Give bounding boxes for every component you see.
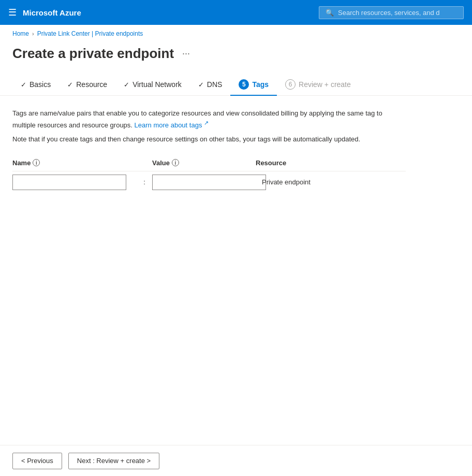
name-input-cell [12,175,137,190]
breadcrumb-home[interactable]: Home [12,30,29,37]
external-link-icon: ↗ [204,120,209,126]
tab-review-create[interactable]: 6 Review + create [277,74,359,96]
tab-basics-label: Basics [30,80,51,89]
main-content: Tags are name/value pairs that enable yo… [0,96,472,206]
tags-step-circle: 5 [239,79,249,90]
basics-check-icon: ✓ [21,81,26,89]
name-column-header: Name i [12,159,137,167]
resource-column-header: Resource [256,159,406,167]
top-navigation: ☰ Microsoft Azure 🔍 [0,0,472,25]
breadcrumb-private-link[interactable]: Private Link Center | Private endpoints [37,30,143,37]
resource-value: Private endpoint [256,178,406,186]
global-search-box[interactable]: 🔍 [319,6,464,19]
name-info-icon[interactable]: i [33,159,40,166]
tab-virtual-network-label: Virtual Network [132,80,182,89]
tab-tags[interactable]: 5 Tags [230,74,277,96]
colon-separator: : [137,178,152,186]
tag-name-input[interactable] [12,175,126,190]
tab-virtual-network[interactable]: ✓ Virtual Network [115,75,190,95]
app-title: Microsoft Azure [23,8,313,17]
virtual-network-check-icon: ✓ [124,81,129,89]
tab-dns[interactable]: ✓ DNS [190,75,231,95]
tab-resource[interactable]: ✓ Resource [59,75,115,95]
resource-check-icon: ✓ [67,81,73,89]
value-column-header: Value i [152,159,256,167]
page-header: Create a private endpoint ··· [0,37,472,62]
value-info-icon[interactable]: i [172,159,179,166]
search-icon: 🔍 [326,9,334,17]
tab-tags-label: Tags [252,80,269,89]
page-title: Create a private endpoint [12,46,174,62]
tab-dns-label: DNS [207,80,223,89]
description-paragraph: Tags are name/value pairs that enable yo… [12,108,385,130]
tags-table-header: Name i Value i Resource [12,155,406,171]
tag-value-input[interactable] [152,175,266,190]
learn-more-link[interactable]: Learn more about tags ↗ [135,121,209,129]
wizard-tabs: ✓ Basics ✓ Resource ✓ Virtual Network ✓ … [0,62,472,96]
dns-check-icon: ✓ [198,81,204,89]
breadcrumb: Home › Private Link Center | Private end… [0,25,472,37]
tab-review-create-label: Review + create [299,80,351,89]
tab-resource-label: Resource [76,80,107,89]
note-paragraph: Note that if you create tags and then ch… [12,134,385,145]
tags-table: Name i Value i Resource : Private endpoi… [12,155,406,193]
review-step-circle: 6 [285,79,296,90]
search-input[interactable] [338,9,457,17]
page-menu-button[interactable]: ··· [180,46,192,61]
value-input-cell [152,175,256,190]
table-row: : Private endpoint [12,171,406,193]
breadcrumb-sep-1: › [32,31,34,37]
tab-basics[interactable]: ✓ Basics [12,75,59,95]
hamburger-menu-icon[interactable]: ☰ [8,7,17,18]
